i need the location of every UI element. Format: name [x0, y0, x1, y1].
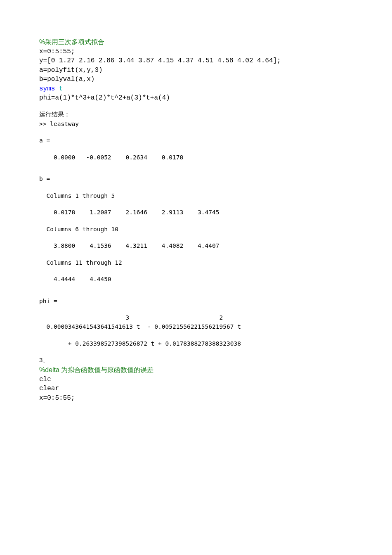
code-line: b=polyval(a,x) [39, 75, 353, 84]
code-line: clc [39, 375, 353, 384]
code-line: a=polyfit(x,y,3) [39, 66, 353, 75]
syms-keyword: syms [39, 85, 59, 92]
output-phi-line: 0.0000343641543641541613 t - 0.005215562… [39, 322, 353, 331]
code-line: x=0:5:55; [39, 47, 353, 56]
output-b-label: b = [39, 174, 353, 183]
section-number: 3、 [39, 356, 353, 365]
output-phi-line: + 0.263398527398526872 t + 0.01783882783… [39, 339, 353, 348]
output-b-vals: 0.0178 1.2087 2.1646 2.9113 3.4745 [39, 208, 353, 217]
code-block-1: x=0:5:55; y=[0 1.27 2.16 2.86 3.44 3.87 … [39, 47, 353, 102]
code-line: y=[0 1.27 2.16 2.86 3.44 3.87 4.15 4.37 … [39, 56, 353, 65]
output-b-cols: Columns 11 through 12 [39, 258, 353, 267]
syms-var: t [59, 85, 63, 92]
code-line: syms t [39, 84, 353, 93]
output-a-label: a = [39, 136, 353, 145]
output-b-vals: 4.4444 4.4450 [39, 275, 353, 284]
output-phi-label: phi = [39, 296, 353, 306]
code-comment-2: %delta 为拟合函数值与原函数值的误差 [39, 365, 353, 375]
output-prompt: >> leastway [39, 119, 353, 128]
code-block-2: clc clear x=0:5:55; [39, 375, 353, 403]
output-b-cols: Columns 6 through 10 [39, 225, 353, 234]
code-comment-1: %采用三次多项式拟合 [39, 37, 353, 47]
code-line: clear [39, 384, 353, 393]
output-heading: 运行结果： [39, 110, 353, 119]
code-line: x=0:5:55; [39, 394, 353, 403]
output-a-values: 0.0000 -0.0052 0.2634 0.0178 [39, 153, 353, 162]
output-b-cols: Columns 1 through 5 [39, 191, 353, 200]
output-block: >> leastway a = 0.0000 -0.0052 0.2634 0.… [39, 119, 353, 349]
output-phi-exp: 3 2 [39, 313, 353, 322]
code-line: phi=a(1)*t^3+a(2)*t^2+a(3)*t+a(4) [39, 93, 353, 102]
output-b-vals: 3.8800 4.1536 4.3211 4.4082 4.4407 [39, 241, 353, 250]
